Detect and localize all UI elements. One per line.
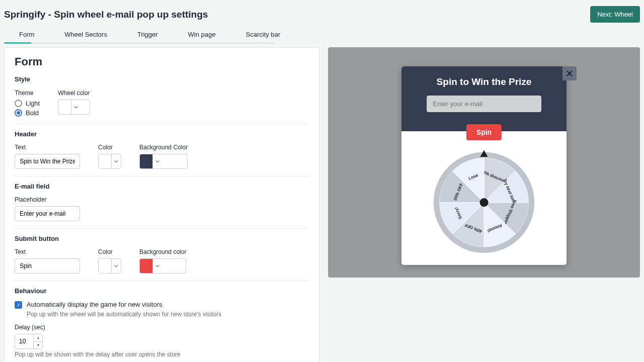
close-button[interactable] <box>562 66 577 80</box>
wheel-color-label: Wheel color <box>58 89 90 97</box>
header-text-label: Text <box>15 144 80 151</box>
submit-bg-label: Background color <box>139 248 186 255</box>
tab-scarcity-bar[interactable]: Scarcity bar <box>231 27 296 42</box>
close-icon <box>566 70 573 77</box>
popup-title: Spin to Win the Prize <box>417 76 551 87</box>
color-swatch <box>140 259 153 273</box>
tab-progress-fill <box>4 42 31 44</box>
tab-progress-track <box>4 42 274 44</box>
header-text-input[interactable] <box>15 154 80 169</box>
chevron-down-icon <box>71 100 80 114</box>
auto-display-help: Pop up with the wheel will be automatica… <box>27 311 309 318</box>
color-swatch <box>58 100 71 114</box>
email-placeholder-label: Placeholder <box>15 196 80 203</box>
spinner-down-icon[interactable]: ▼ <box>34 342 43 349</box>
header-color-label: Color <box>98 144 121 151</box>
chevron-down-icon <box>112 259 121 273</box>
delay-input[interactable] <box>15 334 33 348</box>
email-section-label: E-mail field <box>15 183 309 190</box>
auto-display-label: Automatically display the game for new v… <box>27 301 163 308</box>
header-color-picker[interactable] <box>98 154 121 169</box>
spin-button[interactable]: Spin <box>466 124 502 140</box>
chevron-down-icon <box>153 259 162 273</box>
theme-label: Theme <box>15 89 40 97</box>
submit-section-label: Submit button <box>15 235 309 242</box>
spinner-up-icon[interactable]: ▲ <box>34 334 43 342</box>
preview-popup: Spin to Win the Prize Spin 10% discount!… <box>401 66 567 265</box>
divider <box>15 176 309 176</box>
theme-bold-label: Bold <box>26 109 39 117</box>
email-placeholder-input[interactable] <box>15 206 80 221</box>
header-section-label: Header <box>15 130 309 138</box>
chevron-down-icon <box>112 154 121 168</box>
submit-color-picker[interactable] <box>98 258 121 274</box>
theme-radio-bold[interactable]: Bold <box>15 109 40 117</box>
tab-trigger[interactable]: Trigger <box>122 27 173 42</box>
divider <box>15 124 309 124</box>
wheel-color-picker[interactable] <box>58 100 90 115</box>
style-section-label: Style <box>15 75 309 83</box>
next-button[interactable]: Next: Wheel <box>590 6 640 23</box>
color-swatch <box>140 154 153 168</box>
spin-wheel: 10% discount!Try next time!Free Shipping… <box>432 145 536 255</box>
header-bg-picker[interactable] <box>139 154 188 169</box>
tabs: Form Wheel Sectors Trigger Win page Scar… <box>4 27 640 42</box>
svg-point-1 <box>479 198 488 207</box>
submit-text-input[interactable] <box>15 258 80 274</box>
delay-help: Pop up will be shown with the delay afte… <box>15 351 309 358</box>
theme-radio-light[interactable]: Light <box>15 100 40 107</box>
theme-light-label: Light <box>26 100 40 107</box>
tab-wheel-sectors[interactable]: Wheel Sectors <box>49 27 122 42</box>
divider <box>15 281 309 281</box>
popup-email-input[interactable] <box>427 96 541 112</box>
color-swatch <box>99 154 112 168</box>
color-swatch <box>99 259 112 273</box>
tab-win-page[interactable]: Win page <box>173 27 231 42</box>
radio-icon <box>15 109 22 117</box>
submit-bg-picker[interactable] <box>139 258 186 274</box>
radio-icon <box>15 100 22 107</box>
chevron-down-icon <box>153 154 162 168</box>
preview-panel: Spin to Win the Prize Spin 10% discount!… <box>328 47 640 278</box>
settings-panel: Form Style Theme Light Bold <box>4 47 319 362</box>
header-bg-label: Background Color <box>139 144 188 151</box>
submit-text-label: Text <box>15 248 80 255</box>
page-title: Springify - Spin wheel e-mail pop up set… <box>4 9 208 20</box>
delay-label: Delay (sec) <box>15 324 309 331</box>
behaviour-section-label: Behaviour <box>15 287 309 295</box>
auto-display-checkbox[interactable]: ✓ <box>15 301 22 309</box>
divider <box>15 228 309 229</box>
tab-form[interactable]: Form <box>4 27 49 42</box>
submit-color-label: Color <box>98 248 121 255</box>
panel-heading: Form <box>15 55 309 68</box>
